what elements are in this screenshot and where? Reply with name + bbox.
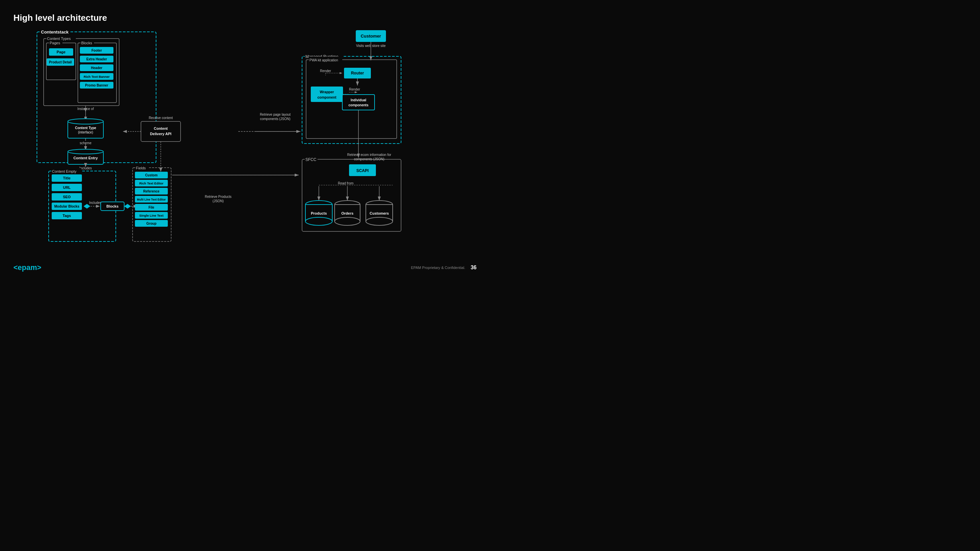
svg-point-136 <box>366 217 393 225</box>
svg-text:(JSON): (JSON) <box>212 199 224 203</box>
svg-text:PWA kit application: PWA kit application <box>309 58 338 62</box>
svg-text:Single Line Text: Single Line Text <box>139 214 164 217</box>
svg-text:Retrieve Products: Retrieve Products <box>205 195 231 198</box>
svg-text:components (JSON): components (JSON) <box>260 117 291 121</box>
svg-text:(interface): (interface) <box>78 130 93 134</box>
svg-rect-78 <box>141 121 181 141</box>
svg-text:SEO: SEO <box>63 195 71 199</box>
svg-point-131 <box>335 217 360 225</box>
svg-text:components (JSON): components (JSON) <box>354 157 385 161</box>
svg-rect-107 <box>342 95 375 110</box>
svg-text:Orders: Orders <box>341 211 353 215</box>
svg-text:Read from: Read from <box>338 181 354 185</box>
svg-text:Retrieve page layout: Retrieve page layout <box>260 113 291 116</box>
svg-marker-52 <box>84 204 90 209</box>
svg-text:Title: Title <box>63 176 70 180</box>
svg-text:Product Detail: Product Detail <box>49 60 72 64</box>
svg-text:Retrieve ecom information for: Retrieve ecom information for <box>347 153 391 157</box>
svg-text:Delivery API: Delivery API <box>150 132 172 136</box>
svg-text:Render: Render <box>320 69 331 73</box>
svg-text:Blocks: Blocks <box>81 41 92 45</box>
svg-text:Rich Text Editor: Rich Text Editor <box>139 181 164 185</box>
svg-point-37 <box>68 149 103 154</box>
svg-text:Page: Page <box>57 50 65 54</box>
svg-text:Multi Line Text Editor: Multi Line Text Editor <box>137 198 166 201</box>
svg-text:Customers: Customers <box>369 211 389 215</box>
svg-text:Individual: Individual <box>351 98 366 102</box>
svg-text:File: File <box>148 206 154 209</box>
svg-text:Tags: Tags <box>63 214 71 218</box>
svg-text:Includes: Includes <box>89 201 101 205</box>
svg-text:Group: Group <box>146 222 156 225</box>
svg-text:Content Empty: Content Empty <box>52 169 76 173</box>
svg-text:Promo Banner: Promo Banner <box>85 84 108 87</box>
svg-text:Fields: Fields <box>136 166 146 170</box>
svg-text:Customer: Customer <box>361 33 381 38</box>
svg-text:Reference: Reference <box>143 189 160 193</box>
svg-text:Pages: Pages <box>50 41 60 45</box>
svg-text:Router: Router <box>351 71 364 75</box>
svg-text:Content Entry: Content Entry <box>73 156 98 160</box>
svg-text:Extra Header: Extra Header <box>86 57 107 61</box>
svg-text:Content: Content <box>154 126 168 130</box>
svg-marker-59 <box>124 204 131 209</box>
epam-logo: <epam> <box>13 263 41 272</box>
svg-text:Modular Blocks: Modular Blocks <box>54 205 80 208</box>
svg-text:Products: Products <box>311 211 327 215</box>
svg-text:SCAPI: SCAPI <box>356 168 369 173</box>
svg-text:Contentstack: Contentstack <box>41 30 69 35</box>
svg-text:Header: Header <box>91 66 102 70</box>
svg-point-126 <box>305 217 332 225</box>
svg-text:Content Type: Content Type <box>75 126 96 130</box>
svg-text:components: components <box>348 103 369 107</box>
svg-point-30 <box>68 119 103 124</box>
page-number: 36 <box>471 265 477 271</box>
svg-text:Custom: Custom <box>145 173 158 177</box>
svg-rect-101 <box>311 87 343 102</box>
svg-text:Receive content: Receive content <box>149 116 173 120</box>
svg-text:Rich Text Banner: Rich Text Banner <box>84 75 110 78</box>
svg-text:Render: Render <box>349 87 360 91</box>
svg-text:Footer: Footer <box>91 49 102 52</box>
svg-text:component: component <box>318 95 337 99</box>
svg-text:Blocks: Blocks <box>107 204 118 208</box>
svg-text:Wrapper: Wrapper <box>320 90 334 94</box>
svg-text:URL: URL <box>63 186 71 189</box>
svg-text:SFCC: SFCC <box>305 157 317 162</box>
confidential-text: EPAM Proprietary & Confidential. <box>411 265 465 270</box>
